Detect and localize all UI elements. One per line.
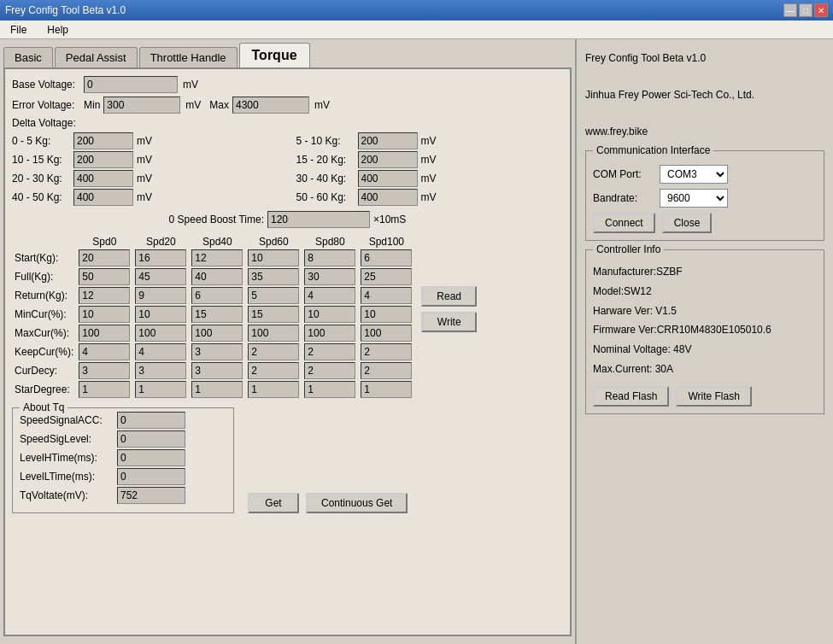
- torque-cell-6-4[interactable]: [304, 362, 355, 379]
- delta-input-0-5[interactable]: [73, 132, 133, 149]
- about-label-2: LevelHTime(ms):: [20, 452, 114, 464]
- torque-cell-5-1[interactable]: [135, 343, 186, 360]
- torque-cell-6-0[interactable]: [79, 362, 130, 379]
- delta-input-5-10[interactable]: [358, 132, 418, 149]
- error-voltage-min-input[interactable]: [103, 97, 180, 114]
- menu-help[interactable]: Help: [40, 22, 75, 38]
- menu-file[interactable]: File: [3, 22, 33, 38]
- torque-cell-0-0[interactable]: [79, 249, 130, 266]
- torque-cell-1-3[interactable]: [248, 268, 299, 285]
- torque-cell-7-1[interactable]: [135, 381, 186, 398]
- torque-cell-6-2[interactable]: [191, 362, 243, 379]
- delta-input-40-50[interactable]: [73, 189, 133, 206]
- torque-cell-2-0[interactable]: [79, 287, 130, 304]
- tab-throttle-handle[interactable]: Throttle Handle: [139, 47, 238, 67]
- torque-cell-7-3[interactable]: [248, 381, 299, 398]
- tab-basic[interactable]: Basic: [3, 47, 53, 67]
- delta-unit-10-15: mV: [137, 154, 152, 166]
- table-row: StarDegree:: [12, 380, 414, 399]
- torque-cell-2-5[interactable]: [361, 287, 412, 304]
- minimize-button[interactable]: —: [783, 3, 797, 17]
- read-flash-button[interactable]: Read Flash: [593, 386, 669, 407]
- comm-interface-group: Communication Interface COM Port: COM3 C…: [585, 150, 824, 241]
- torque-cell-6-5[interactable]: [361, 362, 412, 379]
- about-input-1[interactable]: [117, 430, 185, 448]
- list-item: [189, 249, 245, 267]
- tab-torque[interactable]: Torque: [239, 43, 310, 67]
- about-input-2[interactable]: [117, 449, 185, 466]
- list-item: [302, 286, 358, 305]
- torque-cell-1-2[interactable]: [191, 268, 243, 285]
- torque-cell-5-2[interactable]: [191, 343, 243, 360]
- max-current: Max.Current: 30A: [593, 360, 817, 379]
- torque-cell-3-2[interactable]: [191, 306, 243, 323]
- torque-cell-5-4[interactable]: [304, 343, 355, 360]
- torque-cell-5-3[interactable]: [248, 343, 299, 360]
- torque-cell-2-3[interactable]: [248, 287, 299, 304]
- torque-cell-7-4[interactable]: [304, 381, 355, 398]
- list-item: [358, 342, 414, 361]
- write-button[interactable]: Write: [421, 312, 477, 332]
- torque-cell-4-2[interactable]: [191, 325, 243, 342]
- torque-cell-1-1[interactable]: [135, 268, 186, 285]
- list-item: [302, 267, 358, 286]
- torque-cell-3-5[interactable]: [361, 306, 412, 323]
- list-item: [189, 267, 245, 286]
- torque-cell-1-5[interactable]: [361, 268, 412, 285]
- delta-input-30-40[interactable]: [358, 170, 418, 187]
- list-item: [245, 286, 302, 305]
- tab-pedal-assist[interactable]: Pedal Assist: [55, 47, 138, 67]
- torque-cell-3-3[interactable]: [248, 306, 299, 323]
- torque-cell-4-0[interactable]: [79, 325, 130, 342]
- torque-cell-4-1[interactable]: [135, 325, 186, 342]
- th-spd40: Spd40: [189, 235, 245, 249]
- torque-cell-1-0[interactable]: [79, 268, 130, 285]
- maximize-button[interactable]: □: [799, 3, 812, 17]
- torque-cell-4-5[interactable]: [361, 325, 412, 342]
- torque-cell-4-3[interactable]: [248, 325, 299, 342]
- list-item: [76, 305, 132, 324]
- baudrate-select[interactable]: 9600 19200 38400 115200: [660, 189, 728, 208]
- torque-cell-1-4[interactable]: [304, 268, 355, 285]
- torque-cell-2-4[interactable]: [304, 287, 355, 304]
- torque-cell-4-4[interactable]: [304, 325, 355, 342]
- torque-cell-0-1[interactable]: [135, 249, 186, 266]
- delta-input-15-20[interactable]: [358, 151, 418, 168]
- write-flash-button[interactable]: Write Flash: [676, 386, 751, 407]
- continuous-get-button[interactable]: Continuous Get: [306, 493, 408, 513]
- delta-input-50-60[interactable]: [358, 189, 418, 206]
- torque-cell-7-2[interactable]: [191, 381, 243, 398]
- list-item: [132, 305, 189, 324]
- com-port-select[interactable]: COM3 COM1 COM2 COM4: [660, 165, 728, 184]
- torque-cell-2-2[interactable]: [191, 287, 243, 304]
- about-input-3[interactable]: [117, 468, 185, 485]
- torque-cell-3-4[interactable]: [304, 306, 355, 323]
- base-voltage-input[interactable]: [84, 76, 178, 93]
- connect-button[interactable]: Connect: [593, 213, 655, 233]
- torque-cell-0-5[interactable]: [361, 249, 412, 266]
- torque-cell-5-0[interactable]: [79, 343, 130, 360]
- delta-input-10-15[interactable]: [73, 151, 133, 168]
- error-voltage-max-input[interactable]: [232, 97, 309, 114]
- torque-cell-6-1[interactable]: [135, 362, 186, 379]
- torque-cell-0-4[interactable]: [304, 249, 355, 266]
- torque-cell-2-1[interactable]: [135, 287, 186, 304]
- torque-cell-0-3[interactable]: [248, 249, 299, 266]
- torque-cell-0-2[interactable]: [191, 249, 243, 266]
- torque-cell-5-5[interactable]: [361, 343, 412, 360]
- read-button[interactable]: Read: [421, 286, 477, 307]
- get-button[interactable]: Get: [248, 493, 299, 513]
- torque-cell-3-1[interactable]: [135, 306, 186, 323]
- torque-cell-7-0[interactable]: [79, 381, 130, 398]
- delta-input-20-30[interactable]: [73, 170, 133, 187]
- speed-boost-input[interactable]: [267, 211, 370, 228]
- torque-cell-3-0[interactable]: [79, 306, 130, 323]
- tab-content-torque: Base Voltage: mV Error Voltage: Min mV M…: [3, 67, 572, 636]
- row-label-3: MinCur(%):: [12, 305, 76, 324]
- close-button[interactable]: ✕: [814, 3, 828, 17]
- torque-cell-7-5[interactable]: [361, 381, 412, 398]
- about-input-4[interactable]: [117, 487, 185, 504]
- about-input-0[interactable]: [117, 412, 185, 429]
- torque-cell-6-3[interactable]: [248, 362, 299, 379]
- close-comm-button[interactable]: Close: [662, 213, 713, 233]
